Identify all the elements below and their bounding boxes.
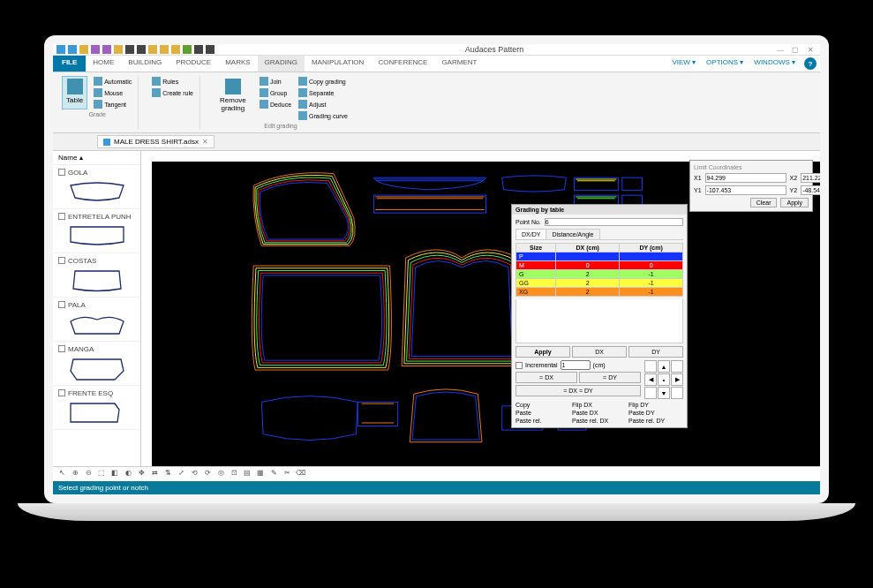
qat-icon[interactable] — [148, 45, 157, 54]
grade-action-button[interactable]: Flip DY — [628, 402, 683, 408]
grading-table-panel[interactable]: Grading by table Point No. DX/DY Distanc… — [511, 204, 688, 428]
grade-action-button[interactable]: Copy — [516, 402, 570, 408]
piece-checkbox[interactable] — [58, 301, 65, 308]
grade-row[interactable]: P — [516, 253, 683, 261]
piece-checkbox[interactable] — [58, 169, 65, 176]
grade-row[interactable]: GG2-1 — [516, 279, 683, 288]
dx-button[interactable]: DX — [572, 346, 627, 358]
create-rule-button[interactable]: Create rule — [151, 87, 194, 98]
qat-icon[interactable] — [183, 45, 192, 54]
qat-icon[interactable] — [79, 45, 88, 54]
incremental-checkbox[interactable] — [516, 362, 523, 369]
qat-icon[interactable] — [206, 45, 214, 54]
qat-icon[interactable] — [91, 45, 100, 54]
tool-icon[interactable]: ▤ — [242, 469, 252, 479]
windows-dropdown[interactable]: WINDOWS ▾ — [749, 56, 801, 72]
options-dropdown[interactable]: OPTIONS ▾ — [701, 56, 749, 72]
tool-icon[interactable]: ⊖ — [83, 469, 94, 479]
qat-icon[interactable] — [102, 45, 111, 54]
qat-icon[interactable] — [68, 45, 77, 54]
tool-icon[interactable]: ✂ — [282, 469, 292, 479]
grade-action-button[interactable]: Paste rel. — [516, 418, 570, 424]
qat-icon[interactable] — [114, 45, 123, 54]
incremental-input[interactable] — [561, 360, 591, 370]
separate-button[interactable]: Separate — [297, 87, 349, 98]
tool-icon[interactable]: ⟲ — [189, 469, 199, 479]
grade-row[interactable]: XG2-1 — [516, 288, 683, 297]
arrow-right-icon[interactable]: ▶ — [671, 373, 683, 386]
piece-item[interactable]: PALA — [53, 298, 140, 342]
tool-icon[interactable]: ⊕ — [70, 469, 80, 479]
apply-coord-button[interactable]: Apply — [780, 198, 809, 207]
tool-icon[interactable]: ⬚ — [96, 469, 107, 479]
tangent-button[interactable]: Tangent — [93, 99, 132, 109]
tab-building[interactable]: BUILDING — [121, 56, 169, 72]
tool-icon[interactable]: ⤢ — [176, 469, 186, 479]
close-button[interactable]: ✕ — [804, 46, 817, 54]
limit-coordinates-panel[interactable]: Limit Coordinates X1 X2 Y1 Y2 — [689, 160, 813, 212]
piece-item[interactable]: COSTAS — [53, 253, 140, 298]
apply-button[interactable]: Apply — [516, 346, 570, 358]
tool-icon[interactable]: ✥ — [136, 469, 147, 479]
tool-icon[interactable]: ✎ — [268, 469, 279, 479]
grading-table[interactable]: Size DX (cm) DY (cm) PM00G2-1GG2-1XG2-1 — [516, 243, 683, 297]
maximize-button[interactable]: ▢ — [789, 46, 802, 54]
grade-action-button[interactable]: Paste DY — [628, 410, 683, 416]
tab-manipulation[interactable]: MANIPULATION — [305, 56, 371, 72]
eq-dy-button[interactable]: = DY — [579, 372, 641, 383]
tool-icon[interactable]: ⌫ — [295, 469, 305, 479]
tab-produce[interactable]: PRODUCE — [169, 56, 218, 72]
y2-input[interactable] — [801, 185, 820, 195]
tool-icon[interactable]: ⇄ — [149, 469, 160, 479]
qat-icon[interactable] — [125, 45, 134, 54]
table-button[interactable]: Table — [62, 76, 87, 109]
grade-action-button[interactable]: Paste rel. DX — [572, 418, 627, 424]
arrow-left-icon[interactable]: ◀ — [644, 373, 657, 386]
tab-conference[interactable]: CONFERENCE — [371, 56, 434, 72]
piece-checkbox[interactable] — [58, 213, 65, 220]
tool-icon[interactable]: ◧ — [109, 469, 120, 479]
group-button[interactable]: Group — [259, 87, 292, 98]
qat-icon[interactable] — [56, 45, 65, 54]
rules-button[interactable]: Rules — [151, 76, 194, 87]
grade-row[interactable]: M00 — [516, 261, 683, 270]
help-icon[interactable]: ? — [804, 57, 817, 70]
piece-checkbox[interactable] — [58, 389, 65, 396]
tab-distance-angle[interactable]: Distance/Angle — [546, 229, 599, 239]
join-button[interactable]: Join — [259, 76, 292, 87]
piece-item[interactable]: MANGA — [53, 342, 140, 386]
grade-action-button[interactable]: Paste rel. DY — [628, 418, 683, 424]
qat-icon[interactable] — [194, 45, 203, 54]
y1-input[interactable] — [705, 185, 786, 195]
tool-icon[interactable]: ⟳ — [202, 469, 213, 479]
arrow-down-icon[interactable]: ▼ — [658, 387, 670, 399]
tab-marks[interactable]: MARKS — [218, 56, 257, 72]
grade-action-button[interactable]: Flip DX — [572, 402, 627, 408]
dy-button[interactable]: DY — [628, 346, 683, 358]
tab-garment[interactable]: GARMENT — [434, 56, 484, 72]
mouse-button[interactable]: Mouse — [93, 87, 132, 98]
canvas[interactable]: Grading by table Point No. DX/DY Distanc… — [141, 151, 820, 466]
arrow-pad[interactable]: ▲ ◀•▶ ▼ — [644, 360, 683, 399]
x1-input[interactable] — [705, 173, 786, 183]
qat-icon[interactable] — [171, 45, 180, 54]
grade-action-button[interactable]: Paste DX — [572, 410, 627, 416]
arrow-center-icon[interactable]: • — [658, 373, 670, 386]
tool-icon[interactable]: ◐ — [123, 469, 133, 479]
pieces-header[interactable]: Name ▴ — [53, 151, 140, 165]
x2-input[interactable] — [801, 173, 820, 183]
piece-checkbox[interactable] — [58, 345, 65, 352]
grade-row[interactable]: G2-1 — [516, 270, 683, 279]
qat-icon[interactable] — [137, 45, 146, 54]
tab-file[interactable]: FILE — [53, 56, 86, 72]
adjust-button[interactable]: Adjust — [297, 99, 349, 109]
piece-item[interactable]: FRENTE ESQ — [53, 386, 140, 430]
tool-icon[interactable]: ◎ — [215, 469, 226, 479]
tab-dxdy[interactable]: DX/DY — [516, 229, 546, 239]
clear-button[interactable]: Clear — [750, 198, 778, 207]
tool-icon[interactable]: ⊡ — [229, 469, 239, 479]
point-number-input[interactable] — [545, 218, 683, 226]
remove-grading-button[interactable]: Remove grading — [213, 76, 253, 121]
piece-item[interactable]: ENTRETELA PUNH — [53, 209, 140, 253]
tab-grading[interactable]: GRADING — [258, 56, 305, 72]
